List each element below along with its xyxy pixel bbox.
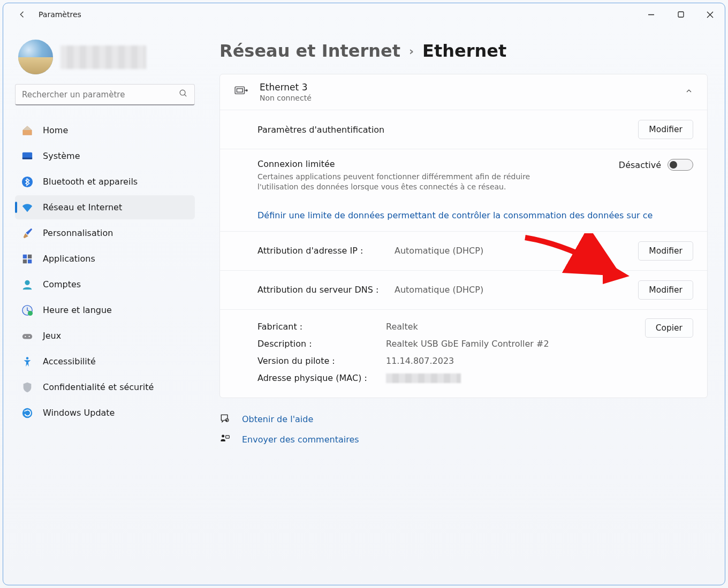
person-icon bbox=[21, 279, 33, 291]
window-controls bbox=[636, 3, 725, 26]
clock-icon bbox=[21, 304, 33, 316]
nav-label: Heure et langue bbox=[43, 305, 112, 315]
ip-modify-button[interactable]: Modifier bbox=[638, 241, 693, 261]
search-box[interactable] bbox=[15, 84, 195, 105]
help-label: Obtenir de l'aide bbox=[242, 414, 313, 424]
nav-label: Réseau et Internet bbox=[43, 202, 122, 212]
search-input[interactable] bbox=[22, 90, 179, 100]
app-title: Paramètres bbox=[39, 10, 81, 19]
title-bar: Paramètres bbox=[3, 3, 725, 26]
sidebar: Home Système Bluetooth et appareils bbox=[3, 26, 207, 585]
chevron-up-icon[interactable] bbox=[685, 87, 693, 97]
svg-point-15 bbox=[25, 335, 26, 337]
get-help-link[interactable]: Obtenir de l'aide bbox=[219, 413, 708, 426]
nav-label: Windows Update bbox=[43, 408, 115, 418]
nav-system[interactable]: Système bbox=[15, 144, 195, 168]
ip-value: Automatique (DHCP) bbox=[395, 246, 630, 256]
svg-point-13 bbox=[28, 310, 33, 315]
copy-button[interactable]: Copier bbox=[645, 318, 693, 338]
svg-point-23 bbox=[225, 418, 229, 422]
home-icon bbox=[21, 125, 33, 136]
dns-modify-button[interactable]: Modifier bbox=[638, 280, 693, 300]
svg-point-2 bbox=[180, 90, 185, 95]
manufacturer-value: Realtek bbox=[386, 322, 418, 332]
bluetooth-icon bbox=[21, 176, 33, 188]
nav-label: Comptes bbox=[43, 279, 81, 289]
shield-icon bbox=[21, 381, 33, 393]
nav-personalization[interactable]: Personnalisation bbox=[15, 221, 195, 245]
help-icon bbox=[219, 413, 230, 426]
brush-icon bbox=[21, 227, 33, 239]
adapter-name: Ethernet 3 bbox=[260, 82, 312, 93]
svg-rect-9 bbox=[23, 259, 27, 263]
svg-rect-14 bbox=[22, 334, 32, 339]
dns-value: Automatique (DHCP) bbox=[395, 285, 630, 295]
nav-bluetooth[interactable]: Bluetooth et appareils bbox=[15, 170, 195, 194]
search-icon bbox=[179, 89, 188, 100]
svg-point-11 bbox=[25, 280, 29, 285]
avatar bbox=[18, 40, 53, 74]
nav-time[interactable]: Heure et langue bbox=[15, 298, 195, 322]
nav-label: Confidentialité et sécurité bbox=[43, 382, 154, 392]
feedback-label: Envoyer des commentaires bbox=[242, 434, 359, 445]
main-panel: Réseau et Internet › Ethernet Ethernet 3… bbox=[207, 26, 725, 585]
wifi-icon bbox=[21, 202, 33, 213]
gamepad-icon bbox=[21, 330, 33, 342]
mac-label: Adresse physique (MAC) : bbox=[257, 373, 386, 383]
metered-description: Certaines applications peuvent fonctionn… bbox=[257, 172, 547, 192]
nav-label: Système bbox=[43, 151, 80, 161]
data-limit-link[interactable]: Définir une limite de données permettant… bbox=[257, 210, 693, 220]
apps-icon bbox=[21, 253, 33, 265]
nav-update[interactable]: Windows Update bbox=[15, 401, 195, 425]
feedback-icon bbox=[219, 433, 230, 446]
svg-rect-10 bbox=[28, 259, 32, 263]
nav-accessibility[interactable]: Accessibilité bbox=[15, 349, 195, 373]
nav-privacy[interactable]: Confidentialité et sécurité bbox=[15, 375, 195, 399]
driver-value: 11.14.807.2023 bbox=[386, 356, 454, 366]
metered-row: Connexion limitée Certaines applications… bbox=[220, 149, 707, 232]
feedback-link[interactable]: Envoyer des commentaires bbox=[219, 433, 708, 446]
ethernet-header[interactable]: Ethernet 3 Non connecté bbox=[220, 74, 707, 110]
breadcrumb-current: Ethernet bbox=[422, 41, 506, 61]
update-icon bbox=[21, 407, 33, 419]
nav-list: Home Système Bluetooth et appareils bbox=[15, 118, 195, 425]
accessibility-icon bbox=[21, 356, 33, 368]
back-icon[interactable] bbox=[16, 8, 29, 21]
maximize-button[interactable] bbox=[666, 3, 695, 26]
nav-network[interactable]: Réseau et Internet bbox=[15, 195, 195, 219]
chevron-right-icon: › bbox=[409, 44, 414, 58]
close-button[interactable] bbox=[695, 3, 725, 26]
svg-rect-7 bbox=[23, 254, 27, 258]
ip-row: Attribution d'adresse IP : Automatique (… bbox=[220, 232, 707, 271]
adapter-status: Non connecté bbox=[260, 94, 312, 102]
nav-label: Bluetooth et appareils bbox=[43, 177, 138, 187]
nav-accounts[interactable]: Comptes bbox=[15, 272, 195, 296]
svg-point-22 bbox=[246, 90, 248, 91]
svg-rect-20 bbox=[237, 89, 242, 93]
metered-title: Connexion limitée bbox=[257, 159, 547, 169]
ethernet-icon bbox=[234, 84, 248, 100]
metered-toggle-label: Désactivé bbox=[619, 160, 661, 170]
svg-rect-8 bbox=[28, 254, 32, 258]
svg-point-17 bbox=[26, 357, 29, 360]
nav-label: Applications bbox=[43, 254, 95, 264]
dns-row: Attribution du serveur DNS : Automatique… bbox=[220, 271, 707, 310]
info-block: Fabricant : Realtek Description : Realte… bbox=[220, 310, 707, 398]
metered-toggle[interactable] bbox=[668, 159, 693, 171]
nav-home[interactable]: Home bbox=[15, 118, 195, 142]
auth-modify-button[interactable]: Modifier bbox=[638, 120, 693, 139]
nav-apps[interactable]: Applications bbox=[15, 247, 195, 271]
breadcrumb-parent[interactable]: Réseau et Internet bbox=[219, 41, 400, 61]
svg-point-16 bbox=[28, 335, 29, 337]
nav-gaming[interactable]: Jeux bbox=[15, 324, 195, 348]
nav-label: Home bbox=[43, 125, 68, 135]
manufacturer-label: Fabricant : bbox=[257, 322, 386, 332]
svg-rect-1 bbox=[678, 12, 684, 17]
profile-block[interactable] bbox=[15, 39, 195, 84]
minimize-button[interactable] bbox=[636, 3, 666, 26]
svg-rect-5 bbox=[22, 157, 32, 159]
svg-line-3 bbox=[185, 95, 187, 97]
nav-label: Accessibilité bbox=[43, 356, 96, 366]
nav-label: Personnalisation bbox=[43, 228, 113, 238]
auth-label: Paramètres d'authentification bbox=[257, 125, 630, 135]
